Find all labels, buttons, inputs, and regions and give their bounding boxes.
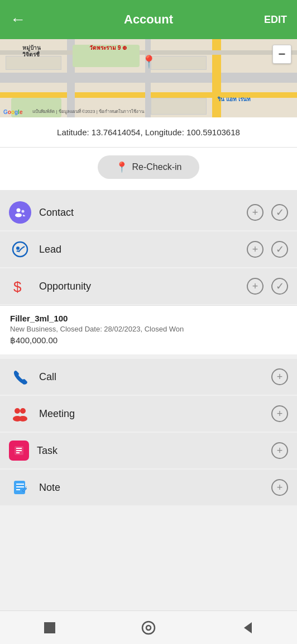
contact-add-button[interactable]: + <box>247 204 264 221</box>
opportunity-amount: ฿400,000.00 <box>10 335 287 345</box>
map-copyright: แป้นพิมพ์ลัด | ข้อมูลแผนที่ ©2023 | ข้อก… <box>32 108 144 115</box>
recheckin-label: Re-Check-in <box>132 162 182 172</box>
nav-back-button[interactable] <box>237 618 257 638</box>
meeting-label: Meeting <box>39 408 271 420</box>
task-label: Task <box>37 445 271 457</box>
call-icon <box>9 366 31 388</box>
svg-marker-21 <box>244 622 252 633</box>
opportunity-name: Filler_3ml_100 <box>10 314 287 323</box>
contact-label: Contact <box>39 207 247 219</box>
svg-point-20 <box>146 626 151 630</box>
coordinates-text: Latitude: 13.76414054, Longitude: 100.59… <box>57 127 240 137</box>
call-add-button[interactable]: + <box>271 368 288 385</box>
bottom-navigation <box>0 610 297 644</box>
page-title: Account <box>124 12 173 27</box>
meeting-add-button[interactable]: + <box>271 405 288 422</box>
opportunity-add-button[interactable]: + <box>247 278 264 295</box>
meeting-section-row[interactable]: Meeting + <box>0 396 297 432</box>
svg-point-7 <box>20 408 26 414</box>
recheckin-bar: 📍 Re-Check-in <box>0 148 297 195</box>
contact-section-row[interactable]: Contact + ✓ <box>0 195 297 230</box>
svg-rect-18 <box>44 622 55 633</box>
call-actions: + <box>271 368 288 385</box>
contact-actions: + ✓ <box>247 204 288 221</box>
nav-square-button[interactable] <box>40 618 60 638</box>
header: ← Account EDIT <box>0 0 297 39</box>
lead-label: Lead <box>39 244 247 255</box>
contact-check-button[interactable]: ✓ <box>271 204 288 221</box>
task-icon <box>9 441 29 461</box>
svg-point-4 <box>16 247 20 250</box>
note-icon <box>9 476 31 499</box>
map-zoom-out-button[interactable]: − <box>272 45 291 64</box>
svg-point-2 <box>22 210 25 213</box>
lead-section-row[interactable]: Lead + ✓ <box>0 231 297 267</box>
svg-point-0 <box>17 209 21 212</box>
opportunity-section-row[interactable]: $ Opportunity + ✓ <box>0 268 297 304</box>
call-section-row[interactable]: Call + <box>0 359 297 395</box>
call-label: Call <box>39 371 271 383</box>
svg-point-1 <box>15 214 22 217</box>
opportunity-label: Opportunity <box>39 281 247 292</box>
opportunity-actions: + ✓ <box>247 278 288 295</box>
pin-icon: 📍 <box>116 161 128 173</box>
svg-point-19 <box>142 622 155 634</box>
svg-text:$: $ <box>13 278 22 295</box>
lead-add-button[interactable]: + <box>247 241 264 258</box>
contact-icon <box>9 201 31 224</box>
task-section-row[interactable]: Task + <box>0 433 297 468</box>
map-view[interactable]: หมู่บ้าน วิจิตรชื่ วัดพระราม 9 ⊕ ริน แอท… <box>0 39 297 117</box>
svg-point-6 <box>15 408 20 414</box>
meeting-icon <box>9 402 31 425</box>
map-pin: 📍 <box>141 55 156 69</box>
note-add-button[interactable]: + <box>271 479 288 496</box>
meeting-actions: + <box>271 405 288 422</box>
edit-button[interactable]: EDIT <box>264 14 287 26</box>
nav-home-button[interactable] <box>138 618 159 638</box>
lead-actions: + ✓ <box>247 241 288 258</box>
lead-check-button[interactable]: ✓ <box>271 241 288 258</box>
opportunity-icon: $ <box>9 275 31 297</box>
opportunity-item[interactable]: Filler_3ml_100 New Business, Closed Date… <box>0 305 297 354</box>
note-label: Note <box>39 482 271 494</box>
opportunity-detail: New Business, Closed Date: 28/02/2023, C… <box>10 325 287 333</box>
recheckin-button[interactable]: 📍 Re-Check-in <box>98 155 200 179</box>
note-actions: + <box>271 479 288 496</box>
google-logo: Google <box>3 109 22 115</box>
opportunity-check-button[interactable]: ✓ <box>271 278 288 295</box>
note-section-row[interactable]: Note + <box>0 470 297 505</box>
svg-point-9 <box>18 416 27 422</box>
coordinates-bar: Latitude: 13.76414054, Longitude: 100.59… <box>0 117 297 148</box>
back-button[interactable]: ← <box>10 11 26 29</box>
task-actions: + <box>271 442 288 459</box>
task-add-button[interactable]: + <box>271 442 288 459</box>
lead-icon <box>9 238 31 261</box>
